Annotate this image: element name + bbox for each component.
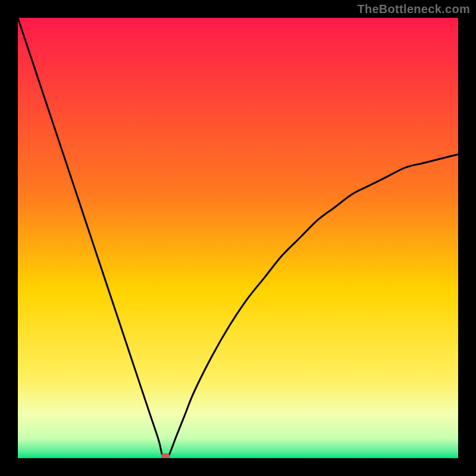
optimal-point-marker [161,453,170,458]
bottleneck-chart [18,18,458,458]
gradient-background [18,18,458,458]
chart-frame: TheBottleneck.com [0,0,476,476]
watermark-text: TheBottleneck.com [357,2,470,16]
